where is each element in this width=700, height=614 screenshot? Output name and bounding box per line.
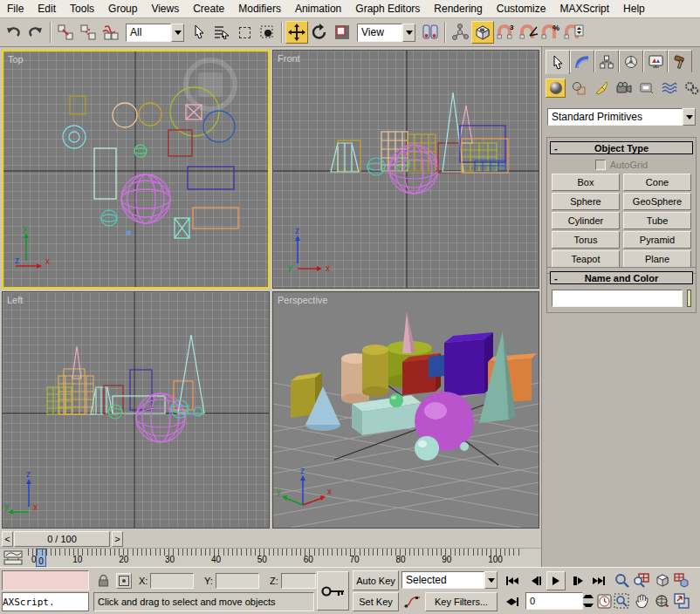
key-filters-button[interactable]: Key Filters... bbox=[425, 592, 498, 611]
tab-hierarchy[interactable] bbox=[594, 50, 619, 72]
menu-modifiers[interactable]: Modifiers bbox=[231, 0, 288, 17]
track-bar[interactable]: 0 0 10 20 30 40 50 60 70 80 90 100 bbox=[0, 549, 541, 568]
wireframe-spire[interactable] bbox=[72, 346, 81, 379]
zoom-all-button[interactable] bbox=[633, 571, 650, 589]
wireframe-spire[interactable] bbox=[459, 106, 472, 143]
x-coord-field[interactable] bbox=[150, 573, 194, 589]
coord-system-arrow[interactable] bbox=[402, 24, 415, 42]
object-name-input[interactable] bbox=[552, 290, 683, 307]
wireframe-box[interactable] bbox=[188, 167, 234, 189]
wireframe-sphere-tiny[interactable] bbox=[126, 230, 131, 235]
use-pivot-point-center-button[interactable] bbox=[419, 21, 442, 44]
angle-snap-toggle-button[interactable] bbox=[517, 21, 539, 44]
default-tangent-icon[interactable] bbox=[401, 592, 422, 611]
wireframe-pyramid[interactable] bbox=[186, 105, 202, 119]
object-type-rollout-header[interactable]: - Object Type bbox=[550, 141, 693, 154]
subcat-lights[interactable] bbox=[591, 78, 611, 98]
wireframe-pyramid[interactable] bbox=[175, 218, 189, 238]
go-to-start-button[interactable] bbox=[504, 572, 521, 590]
wireframe-box[interactable] bbox=[94, 148, 116, 199]
subcat-geometry[interactable] bbox=[546, 78, 566, 98]
tab-modify[interactable] bbox=[570, 50, 594, 72]
wireframe-box[interactable] bbox=[113, 396, 165, 413]
wireframe-cone[interactable] bbox=[331, 143, 359, 172]
select-and-link-button[interactable] bbox=[54, 21, 77, 44]
set-keys-button[interactable] bbox=[317, 571, 349, 611]
menu-rendering[interactable]: Rendering bbox=[427, 0, 489, 17]
subcat-helpers[interactable] bbox=[636, 78, 656, 98]
box-button[interactable]: Box bbox=[552, 174, 620, 191]
go-to-end-button[interactable] bbox=[590, 572, 607, 590]
menu-edit[interactable]: Edit bbox=[31, 0, 63, 17]
shaded-green-sphere[interactable] bbox=[389, 393, 403, 407]
previous-frame-button[interactable] bbox=[527, 572, 545, 590]
autogrid-checkbox[interactable] bbox=[595, 160, 606, 170]
shaded-purple-box[interactable] bbox=[444, 332, 493, 397]
subcat-cameras[interactable] bbox=[614, 78, 634, 98]
min-max-toggle-button[interactable] bbox=[673, 592, 690, 610]
zoom-extents-all-button[interactable] bbox=[673, 571, 690, 589]
wireframe-sphere-tiny[interactable] bbox=[194, 407, 202, 416]
snaps-toggle-button[interactable] bbox=[471, 21, 494, 44]
primitive-category-arrow[interactable] bbox=[683, 108, 696, 126]
menu-customize[interactable]: Customize bbox=[490, 0, 553, 17]
y-coord-field[interactable] bbox=[216, 573, 259, 589]
menu-group[interactable]: Group bbox=[101, 0, 144, 17]
time-slider-next-button[interactable]: > bbox=[112, 531, 123, 547]
wireframe-torus[interactable] bbox=[63, 126, 86, 148]
tab-utilities[interactable] bbox=[668, 50, 692, 72]
menu-graph-editors[interactable]: Graph Editors bbox=[348, 0, 427, 17]
object-color-swatch[interactable] bbox=[687, 290, 691, 307]
absolute-mode-button[interactable] bbox=[116, 573, 132, 589]
next-frame-button[interactable] bbox=[569, 572, 587, 590]
window-crossing-button[interactable] bbox=[256, 21, 278, 44]
wireframe-box[interactable] bbox=[438, 143, 462, 173]
wireframe-cone-tall[interactable] bbox=[178, 335, 204, 413]
viewport-front[interactable]: Front bbox=[272, 50, 539, 289]
set-key-button[interactable]: Set Key bbox=[353, 592, 399, 611]
menu-help[interactable]: Help bbox=[616, 0, 652, 17]
menu-maxscript[interactable]: MAXScript bbox=[552, 0, 616, 17]
play-button[interactable] bbox=[546, 571, 566, 590]
menu-tools[interactable]: Tools bbox=[63, 0, 101, 17]
time-slider-prev-button[interactable]: < bbox=[2, 531, 13, 547]
open-mini-curve-editor-icon[interactable] bbox=[3, 550, 23, 565]
sphere-button[interactable]: Sphere bbox=[552, 193, 620, 210]
cylinder-button[interactable]: Cylinder bbox=[552, 212, 620, 229]
spinner-snap-toggle-button[interactable] bbox=[562, 21, 585, 44]
wireframe-cylinder[interactable] bbox=[381, 132, 408, 171]
primitive-category-dropdown[interactable]: Standard Primitives bbox=[547, 108, 696, 126]
subcat-shapes[interactable] bbox=[568, 78, 588, 98]
reference-coordinate-system-dropdown[interactable]: View bbox=[357, 24, 415, 42]
rectangular-selection-region-button[interactable] bbox=[233, 21, 256, 44]
frame-spinner[interactable] bbox=[583, 592, 594, 610]
shaded-cyan-sphere-small[interactable] bbox=[460, 442, 469, 451]
tab-motion[interactable] bbox=[619, 50, 643, 72]
percent-snap-toggle-button[interactable]: % bbox=[539, 21, 562, 44]
maxscript-mini-listener[interactable]: AXScript. bbox=[2, 592, 89, 611]
menu-file[interactable]: File bbox=[0, 0, 31, 17]
name-and-color-rollout-header[interactable]: - Name and Color bbox=[550, 271, 693, 284]
wireframe-box[interactable] bbox=[70, 96, 86, 114]
teapot-button[interactable]: Teapot bbox=[552, 250, 620, 268]
select-and-move-button[interactable] bbox=[285, 21, 308, 44]
select-object-button[interactable] bbox=[188, 21, 210, 44]
wireframe-cylinder[interactable] bbox=[139, 103, 161, 126]
unlink-selection-button[interactable] bbox=[77, 21, 100, 44]
wireframe-sphere-small[interactable] bbox=[134, 145, 147, 157]
redo-button[interactable] bbox=[24, 21, 47, 44]
zoom-region-button[interactable] bbox=[613, 592, 630, 610]
maxscript-mini-listener-macro[interactable] bbox=[2, 570, 89, 590]
shaded-yellow-cylinder[interactable] bbox=[362, 345, 388, 397]
viewport-perspective[interactable]: Perspective bbox=[272, 291, 539, 529]
shaded-pink-spire[interactable] bbox=[402, 311, 415, 353]
current-frame-field[interactable]: 0 bbox=[525, 592, 583, 610]
wireframe-box[interactable] bbox=[462, 139, 508, 173]
undo-button[interactable] bbox=[2, 21, 24, 44]
viewport-top[interactable]: Top bbox=[2, 50, 270, 289]
bind-to-space-warp-button[interactable] bbox=[100, 21, 122, 44]
shaded-blue-box[interactable] bbox=[429, 355, 444, 378]
menu-animation[interactable]: Animation bbox=[288, 0, 348, 17]
z-coord-field[interactable] bbox=[281, 573, 316, 589]
wireframe-sphere-large[interactable] bbox=[121, 174, 170, 223]
